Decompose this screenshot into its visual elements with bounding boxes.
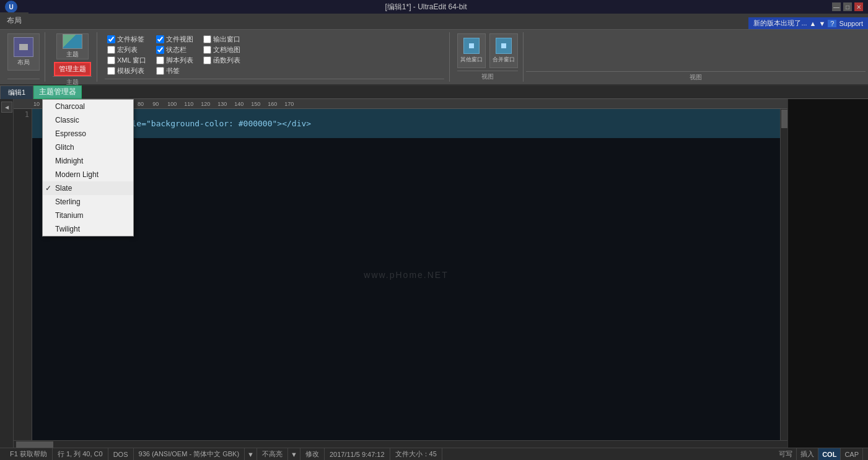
close-button[interactable]: ✕: [854, 2, 863, 11]
line-numbers: 1: [14, 109, 32, 440]
other-windows-button[interactable]: 其他窗口: [457, 33, 486, 68]
checkbox-script-list[interactable]: 脚本列表: [156, 56, 193, 65]
ribbon-tab-strip: 布局 新的版本出现了... ▲ ▼ ? Support: [0, 14, 868, 30]
editor-tab-edit1[interactable]: 编辑1: [0, 85, 33, 99]
dropdown-item-charcoal[interactable]: Charcoal: [43, 100, 133, 113]
tab-layout[interactable]: 布局: [0, 12, 28, 29]
merge-windows-button[interactable]: 合并窗口: [489, 33, 518, 68]
dropdown-item-glitch[interactable]: Glitch: [43, 141, 133, 154]
bottom-scrollbar[interactable]: [14, 440, 787, 448]
sidebar-btn-1[interactable]: ◀: [1, 102, 12, 113]
dropdown-item-modern-light[interactable]: Modern Light: [43, 168, 133, 181]
checkbox-grid: 文件标签 文件视图 输出窗口 宏列表 状态栏 文档地图 XML 窗口 脚本列表 …: [105, 33, 243, 77]
theme-btn-label: 主题: [66, 50, 79, 59]
notification-bar: 新的版本出现了... ▲ ▼ ? Support: [748, 17, 868, 29]
ribbon-group-label-theme: 主题: [53, 76, 92, 87]
status-hint: F1 获取帮助: [5, 448, 53, 460]
maximize-button[interactable]: □: [843, 2, 852, 11]
right-scrollbar[interactable]: [780, 109, 787, 440]
ribbon-group-label-view: 视图: [457, 71, 518, 81]
status-brightness-label: ▼: [245, 448, 257, 460]
other-windows-label: 其他窗口: [460, 56, 483, 64]
title-bar: U [编辑1*] - UltraEdit 64-bit — □ ✕: [0, 0, 868, 14]
dropdown-item-twilight[interactable]: Twilight: [43, 222, 133, 236]
theme-manager-tab[interactable]: 主题管理器: [33, 85, 82, 99]
minimize-button[interactable]: —: [832, 2, 841, 11]
editor-tab-strip: 编辑1 主题管理器: [0, 85, 868, 99]
ribbon-group-view-buttons: 其他窗口 合并窗口 视图: [452, 32, 524, 82]
checkbox-xml-window[interactable]: XML 窗口: [107, 56, 146, 65]
left-sidebar: ◀: [0, 99, 14, 448]
status-cap[interactable]: CAP: [841, 448, 863, 460]
layout-btn-label: 布局: [17, 58, 30, 67]
dropdown-item-slate[interactable]: ✓Slate: [43, 181, 133, 195]
status-encoding: DOS: [108, 448, 134, 460]
app-logo: U: [5, 1, 17, 13]
ribbon-group-layout: 布局: [2, 32, 45, 82]
ribbon-group-label-layout: [7, 79, 40, 80]
scrollbar-thumb[interactable]: [781, 110, 787, 128]
editor-line-1: <div style="background-color: #000000"><…: [32, 109, 780, 138]
ribbon-group-label-view-options: [105, 79, 444, 80]
checkbox-file-view[interactable]: 文件视图: [156, 35, 193, 44]
minimap: [787, 99, 868, 448]
ribbon-group-view-options: 文件标签 文件视图 输出窗口 宏列表 状态栏 文档地图 XML 窗口 脚本列表 …: [100, 32, 450, 82]
checkbox-template-list[interactable]: 模板列表: [107, 66, 146, 76]
window-controls: — □ ✕: [832, 2, 863, 11]
checkbox-doc-map[interactable]: 文档地图: [203, 45, 240, 54]
checkbox-macro-list[interactable]: 宏列表: [107, 45, 146, 54]
merge-windows-label: 合并窗口: [493, 56, 515, 64]
theme-big-button[interactable]: 主题: [56, 33, 89, 59]
watermark: www.pHome.NET: [364, 270, 448, 280]
status-filesize: 文件大小：45: [390, 448, 442, 460]
line-number-1: 1: [25, 110, 29, 119]
status-position: 行 1, 列 40, C0: [53, 448, 108, 460]
status-insert[interactable]: 插入: [797, 448, 818, 460]
ribbon-content: 布局 主题 管理主题 主题 文件标签 文件视图 输出窗口 宏列表 状态栏: [0, 30, 868, 85]
ribbon-view-label: 视图: [526, 71, 866, 82]
status-datetime: 2017/11/5 9:47:12: [325, 448, 390, 460]
support-link[interactable]: Support: [839, 20, 863, 27]
view-button-row: 其他窗口 合并窗口: [457, 33, 518, 68]
status-brightness: 不高亮: [257, 448, 288, 460]
dropdown-item-sterling[interactable]: Sterling: [43, 195, 133, 209]
dropdown-item-espresso[interactable]: Espresso: [43, 127, 133, 141]
status-col[interactable]: COL: [818, 448, 841, 460]
status-brightness-arrow: ▼: [288, 448, 300, 460]
dropdown-item-classic[interactable]: Classic: [43, 113, 133, 127]
checkbox-function-list[interactable]: 函数列表: [203, 56, 240, 65]
checkbox-output-window[interactable]: 输出窗口: [203, 35, 240, 44]
h-scrollbar-thumb[interactable]: [16, 441, 53, 448]
statusbar: F1 获取帮助 行 1, 列 40, C0 DOS 936 (ANSI/OEM …: [0, 448, 868, 460]
code-area[interactable]: <div style="background-color: #000000"><…: [32, 109, 780, 440]
checkbox-bookmarks[interactable]: 书签: [156, 66, 193, 76]
theme-dropdown: Charcoal Classic Espresso Glitch Midnigh…: [42, 99, 134, 237]
dropdown-item-titanium[interactable]: Titanium: [43, 209, 133, 222]
manage-theme-button[interactable]: 管理主题: [54, 62, 91, 76]
layout-big-button[interactable]: 布局: [7, 33, 40, 71]
checkbox-status-bar[interactable]: 状态栏: [156, 45, 193, 54]
status-codepage: 936 (ANSI/OEM - 简体中文 GBK): [134, 448, 245, 460]
title-text: [编辑1*] - UltraEdit 64-bit: [20, 2, 832, 12]
help-icon[interactable]: ?: [828, 20, 836, 27]
notification-chevron-down[interactable]: ▼: [818, 20, 825, 27]
ribbon-spacer: 视图: [526, 32, 866, 82]
dropdown-item-midnight[interactable]: Midnight: [43, 154, 133, 168]
status-modify: 修改: [300, 448, 325, 460]
checkbox-file-tabs[interactable]: 文件标签: [107, 35, 146, 44]
ribbon-group-theme: 主题 管理主题 主题: [48, 32, 97, 82]
status-writable[interactable]: 可写: [775, 448, 797, 460]
notification-text: 新的版本出现了...: [753, 19, 807, 28]
notification-chevron-up[interactable]: ▲: [810, 20, 817, 27]
